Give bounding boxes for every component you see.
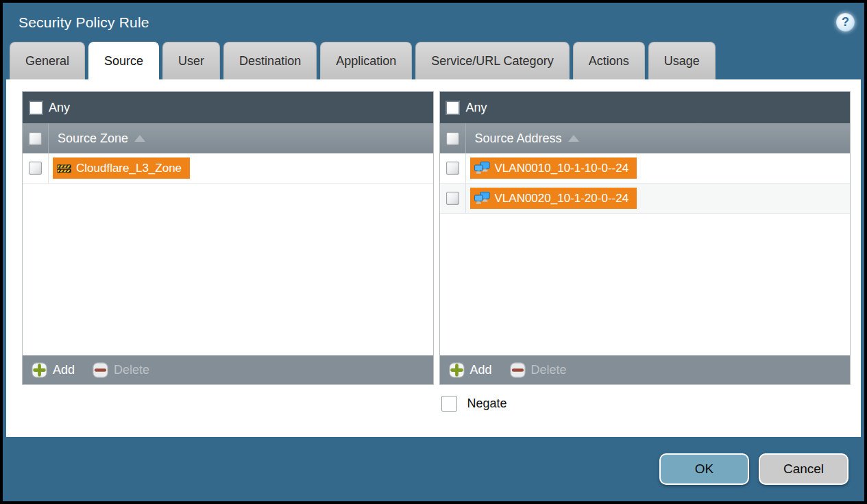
delete-icon <box>93 362 108 378</box>
source-address-any-checkbox[interactable] <box>445 101 460 115</box>
tab-bar: General Source User Destination Applicat… <box>3 42 864 79</box>
titlebar: Security Policy Rule ? <box>3 3 864 42</box>
address-icon <box>474 192 490 205</box>
tab-service-url-category[interactable]: Service/URL Category <box>415 42 569 79</box>
source-zone-column-header[interactable]: Source Zone <box>23 123 433 153</box>
ok-button[interactable]: OK <box>659 453 749 485</box>
source-address-select-all-checkbox[interactable] <box>446 132 459 145</box>
source-zone-list: Cloudflare_L3_Zone <box>23 153 433 355</box>
tab-source[interactable]: Source <box>88 42 159 79</box>
tab-application[interactable]: Application <box>320 42 412 79</box>
dialog-title: Security Policy Rule <box>19 14 149 31</box>
source-address-panel: Any Source Address <box>439 91 851 385</box>
negate-checkbox[interactable] <box>441 396 457 412</box>
source-address-row-label: VLAN0020_10-1-20-0--24 <box>495 192 629 205</box>
add-icon <box>32 362 47 378</box>
help-icon[interactable]: ? <box>836 13 855 32</box>
tab-actions[interactable]: Actions <box>573 42 645 79</box>
delete-button-label: Delete <box>114 363 149 377</box>
source-address-any-label: Any <box>466 101 487 115</box>
source-zone-column-label: Source Zone <box>58 131 128 146</box>
source-zone-chip[interactable]: Cloudflare_L3_Zone <box>53 158 190 179</box>
delete-icon <box>510 362 526 378</box>
source-zone-row-label: Cloudflare_L3_Zone <box>76 162 182 175</box>
source-address-any-header: Any <box>440 92 851 123</box>
source-address-row-checkbox[interactable] <box>446 192 459 205</box>
cancel-button[interactable]: Cancel <box>759 453 848 485</box>
source-zone-any-label: Any <box>49 101 70 115</box>
address-icon <box>474 162 490 175</box>
sort-ascending-icon <box>134 135 145 142</box>
source-zone-footer: Add Delete <box>23 355 433 384</box>
source-zone-panel: Any Source Zone <box>22 91 434 385</box>
zone-icon <box>57 163 71 174</box>
source-address-chip[interactable]: VLAN0010_10-1-10-0--24 <box>470 158 637 179</box>
source-zone-add-button[interactable]: Add <box>32 362 75 378</box>
add-button-label: Add <box>470 363 492 377</box>
source-zone-select-all-checkbox[interactable] <box>29 132 42 145</box>
source-zone-any-checkbox[interactable] <box>29 101 43 115</box>
add-icon <box>449 362 465 378</box>
add-button-label: Add <box>53 363 75 377</box>
source-address-list: VLAN0010_10-1-10-0--24 <box>440 153 851 355</box>
source-zone-any-header: Any <box>23 92 433 123</box>
security-policy-rule-dialog: Security Policy Rule ? General Source Us… <box>0 0 867 504</box>
tab-destination[interactable]: Destination <box>223 42 317 79</box>
negate-row: Negate <box>441 396 851 412</box>
sort-ascending-icon <box>568 135 579 142</box>
source-zone-delete-button[interactable]: Delete <box>93 362 149 378</box>
source-address-row[interactable]: VLAN0020_10-1-20-0--24 <box>440 184 851 214</box>
source-address-chip[interactable]: VLAN0020_10-1-20-0--24 <box>470 188 637 209</box>
delete-button-label: Delete <box>531 363 567 377</box>
source-address-row-checkbox[interactable] <box>446 162 459 175</box>
source-address-row-label: VLAN0010_10-1-10-0--24 <box>495 162 629 175</box>
source-zone-row-checkbox[interactable] <box>29 162 42 175</box>
panels-container: Any Source Zone <box>22 91 851 412</box>
source-address-footer: Add Delete <box>440 355 851 384</box>
dialog-button-bar: OK Cancel <box>3 437 864 501</box>
source-address-row[interactable]: VLAN0010_10-1-10-0--24 <box>440 153 851 184</box>
source-zone-row[interactable]: Cloudflare_L3_Zone <box>23 153 433 184</box>
source-address-add-button[interactable]: Add <box>449 362 492 378</box>
tab-general[interactable]: General <box>10 42 85 79</box>
negate-label: Negate <box>467 396 507 411</box>
source-address-delete-button[interactable]: Delete <box>510 362 567 378</box>
tab-usage[interactable]: Usage <box>648 42 716 79</box>
source-tab-content: Any Source Zone <box>6 79 861 437</box>
tab-user[interactable]: User <box>162 42 220 79</box>
source-address-column-header[interactable]: Source Address <box>440 123 851 153</box>
source-address-column-label: Source Address <box>475 131 562 146</box>
